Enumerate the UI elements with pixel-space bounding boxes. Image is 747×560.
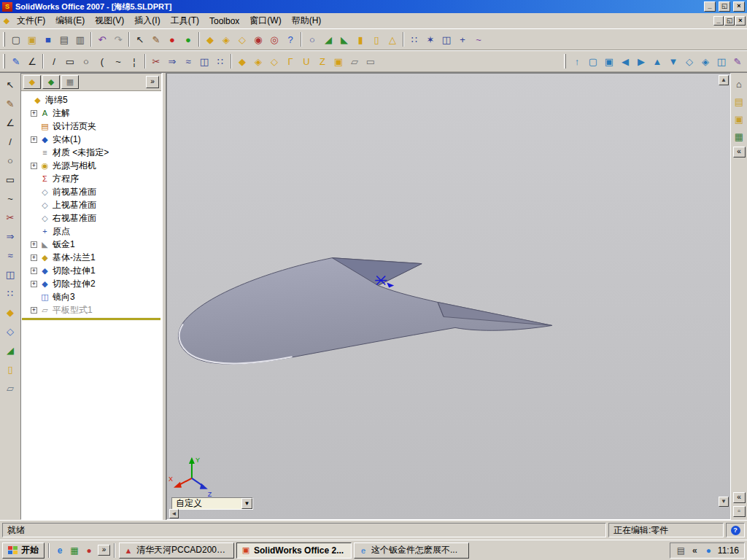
sketch-toggle-icon[interactable]: ✎ [8, 53, 24, 69]
scroll-down-icon[interactable]: ▼ [719, 497, 729, 507]
appearance-icon[interactable]: ✎ [729, 53, 746, 69]
menu-view[interactable]: 视图(V) [90, 12, 129, 29]
tree-item-front-plane[interactable]: ◇前视基准面 [21, 185, 161, 198]
closed-corner-icon[interactable]: ▣ [330, 53, 347, 69]
tray-chevron-icon[interactable]: « [689, 545, 700, 556]
trim-tool-icon[interactable]: ✂ [1, 209, 19, 225]
linear-pattern-icon[interactable]: ∷ [406, 31, 422, 47]
draft-icon[interactable]: △ [384, 31, 400, 47]
front-view-icon[interactable]: ▢ [585, 53, 601, 69]
menu-file[interactable]: 文件(F) [12, 12, 50, 29]
bottom-view-icon[interactable]: ▼ [665, 53, 681, 69]
cut-tool-icon[interactable]: ◇ [1, 323, 19, 339]
fillet-icon[interactable]: ◢ [320, 31, 336, 47]
select-icon[interactable]: ↖ [132, 31, 148, 47]
tree-item-lights-cameras[interactable]: +◉光源与相机 [21, 159, 161, 172]
help-icon[interactable]: ? [282, 31, 298, 47]
tray-printer-icon[interactable]: ▤ [676, 545, 686, 556]
zoom-fit-icon[interactable]: ◎ [266, 31, 282, 47]
expand-toggle[interactable]: + [31, 268, 37, 274]
dimension-tool-icon[interactable]: ∠ [1, 114, 19, 131]
convert-entities-icon[interactable]: ⇒ [164, 53, 180, 69]
undo-icon[interactable]: ↶ [94, 31, 110, 47]
centerline-icon[interactable]: ¦ [126, 53, 142, 69]
offset-entities-icon[interactable]: ≈ [180, 53, 196, 69]
tree-item-solid-bodies[interactable]: +◆实体(1) [21, 133, 161, 146]
view-selector-value[interactable]: 自定义 [172, 497, 241, 510]
collapse-task-pane-button[interactable]: « [733, 147, 746, 158]
help-icon[interactable]: ? [731, 526, 740, 535]
solidworks-app-icon[interactable]: S [2, 2, 12, 12]
minimize-button[interactable]: _ [704, 1, 716, 12]
scroll-up-icon[interactable]: ▲ [719, 75, 729, 85]
configurationmanager-tab[interactable]: ▦ [61, 75, 79, 89]
rebuild-indicator-green-icon[interactable]: ● [180, 31, 196, 47]
tree-item-cut-extrude2[interactable]: +◆切除-拉伸2 [21, 277, 161, 290]
tree-item-origin[interactable]: +原点 [21, 225, 161, 238]
menu-insert[interactable]: 插入(I) [129, 12, 165, 29]
toolbar-grip[interactable] [564, 54, 566, 69]
circle-tool-icon[interactable]: ○ [1, 152, 19, 168]
back-view-icon[interactable]: ▣ [601, 53, 617, 69]
featuremanager-tab[interactable]: ◆ [23, 75, 41, 89]
miter-flange-icon[interactable]: ◇ [266, 53, 282, 69]
tree-item-sheet-metal[interactable]: +◣钣金1 [21, 238, 161, 251]
design-library-icon[interactable]: ▤ [732, 94, 746, 109]
quick-launch-overflow-button[interactable]: » [98, 545, 110, 556]
toolbar-grip[interactable] [3, 54, 5, 69]
sketch-tool-icon[interactable]: ✎ [1, 96, 19, 112]
redo-icon[interactable]: ↷ [110, 31, 126, 47]
expand-toggle[interactable]: + [31, 281, 37, 287]
viewport-vertical-scrollbar[interactable]: ▲ ▼ [719, 75, 729, 507]
edge-flange-icon[interactable]: ◈ [250, 53, 266, 69]
shell-tool-icon[interactable]: ▯ [1, 361, 19, 377]
expand-toggle[interactable]: + [31, 307, 37, 314]
line-tool-icon[interactable]: / [1, 133, 19, 149]
save-icon[interactable]: ■ [40, 31, 56, 47]
taskbar-task-solidworks[interactable]: ▣SolidWorks Office 2... [236, 542, 352, 559]
pattern-tool-icon[interactable]: ∷ [1, 285, 19, 301]
expand-toggle[interactable]: + [31, 136, 37, 143]
taskbar-task-pccad[interactable]: ▲清华天河PCCAD2005&... [119, 542, 234, 559]
hem-icon[interactable]: U [298, 53, 314, 69]
tree-item-annotations[interactable]: +A注解 [21, 106, 161, 120]
taskbar-task-ie-page[interactable]: e这个钣金件怎麽展不... [354, 542, 469, 559]
tree-item-right-plane[interactable]: ◇右视基准面 [21, 211, 161, 225]
rectangle-tool-icon[interactable]: ▭ [1, 171, 19, 187]
expand-toggle[interactable]: + [31, 241, 37, 248]
tree-item-mirror3[interactable]: ◫镜向3 [21, 290, 161, 303]
ql-show-desktop-icon[interactable]: ▦ [68, 544, 81, 557]
task-pane-home-icon[interactable]: ⌂ [732, 77, 746, 91]
sheet-metal-model[interactable] [179, 258, 552, 364]
close-button[interactable]: × [733, 1, 745, 12]
mirror-entities-icon[interactable]: ◫ [196, 53, 212, 69]
boss-extrude-icon[interactable]: ◆ [202, 31, 218, 47]
print-icon[interactable]: ▤ [56, 31, 72, 47]
tree-item-material[interactable]: ≡材质 <未指定> [21, 146, 161, 159]
mirror-tool-icon[interactable]: ◫ [1, 266, 19, 282]
tree-item-cut-extrude1[interactable]: +◆切除-拉伸1 [21, 264, 161, 277]
view-selector-combo[interactable]: 自定义 ▼ [171, 497, 253, 510]
shell-icon[interactable]: ▯ [368, 31, 384, 47]
smart-dimension-icon[interactable]: ∠ [24, 53, 40, 69]
sketch-icon[interactable]: ✎ [148, 31, 164, 47]
left-view-icon[interactable]: ◀ [617, 53, 633, 69]
rectangle-icon[interactable]: ▭ [62, 53, 78, 69]
ql-media-player-icon[interactable]: ● [82, 544, 96, 557]
tree-item-flat-pattern1[interactable]: +▱平板型式1 [21, 303, 161, 316]
tree-item-top-plane[interactable]: ◇上视基准面 [21, 198, 161, 211]
jog-icon[interactable]: Z [314, 53, 330, 69]
view-orientation-icon[interactable]: ↑ [569, 53, 585, 69]
rebuild-indicator-red-icon[interactable]: ● [164, 31, 180, 47]
unfold-icon[interactable]: ▱ [347, 53, 363, 69]
top-view-icon[interactable]: ▲ [649, 53, 665, 69]
extrude-tool-icon[interactable]: ◆ [1, 304, 19, 320]
tree-item-base-flange1[interactable]: +◆基体-法兰1 [21, 251, 161, 264]
chamfer-icon[interactable]: ◣ [336, 31, 352, 47]
corner-resize-handle[interactable]: ▫ [733, 506, 746, 517]
file-explorer-icon[interactable]: ▣ [732, 112, 746, 126]
menu-window[interactable]: 窗口(W) [244, 12, 286, 29]
child-close-button[interactable]: × [735, 16, 746, 26]
view-selector-dropdown-icon[interactable]: ▼ [241, 498, 252, 509]
mirror-icon[interactable]: ◫ [438, 31, 454, 47]
